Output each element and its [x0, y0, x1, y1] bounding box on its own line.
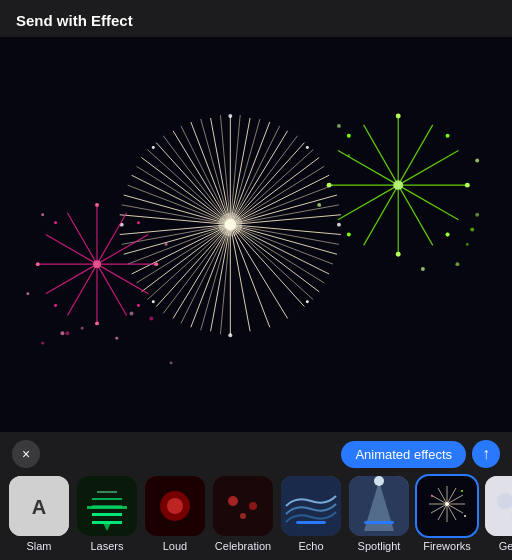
- svg-rect-139: [87, 506, 127, 509]
- svg-point-129: [130, 312, 134, 316]
- svg-point-98: [65, 331, 69, 335]
- send-up-icon: ↑: [482, 445, 490, 463]
- close-button[interactable]: ×: [12, 440, 40, 468]
- effect-item-spotlight[interactable]: Spotlight: [348, 476, 410, 552]
- svg-point-135: [170, 361, 173, 364]
- svg-point-125: [393, 180, 403, 190]
- svg-point-170: [445, 502, 449, 506]
- svg-point-121: [317, 203, 321, 207]
- svg-point-172: [461, 490, 463, 492]
- svg-point-134: [475, 213, 479, 217]
- svg-rect-152: [296, 521, 326, 524]
- bottom-bar: × Animated effects ↑ A Slam Lasers: [0, 432, 512, 560]
- svg-point-95: [115, 337, 118, 340]
- effect-thumb-fireworks: [417, 476, 477, 536]
- svg-rect-147: [213, 476, 273, 536]
- svg-point-72: [218, 213, 242, 237]
- svg-point-127: [41, 342, 44, 345]
- svg-point-123: [337, 124, 341, 128]
- effect-item-lasers[interactable]: Lasers: [76, 476, 138, 552]
- svg-point-146: [167, 498, 183, 514]
- svg-point-112: [396, 114, 401, 119]
- svg-point-148: [228, 496, 238, 506]
- svg-point-124: [470, 228, 474, 232]
- svg-rect-142: [97, 491, 117, 493]
- svg-rect-151: [281, 476, 341, 536]
- effect-thumb-spotlight: [349, 476, 409, 536]
- svg-point-120: [475, 158, 479, 162]
- svg-point-67: [306, 146, 309, 149]
- effect-label-spotlight: Spotlight: [358, 540, 401, 552]
- svg-point-171: [431, 495, 433, 497]
- svg-point-116: [446, 134, 450, 138]
- effect-thumb-loud: [145, 476, 205, 536]
- effect-item-slam[interactable]: A Slam: [8, 476, 70, 552]
- svg-point-63: [228, 114, 232, 118]
- controls-row: × Animated effects ↑: [0, 432, 512, 472]
- svg-point-89: [137, 221, 140, 224]
- svg-point-117: [347, 134, 351, 138]
- effect-label-celebration: Celebration: [215, 540, 271, 552]
- effect-label-slam: Slam: [26, 540, 51, 552]
- svg-point-92: [54, 304, 57, 307]
- preview-area: [0, 37, 512, 432]
- svg-point-66: [228, 333, 232, 337]
- svg-point-91: [137, 304, 140, 307]
- svg-rect-156: [364, 521, 394, 524]
- send-button[interactable]: ↑: [472, 440, 500, 468]
- svg-point-126: [60, 331, 64, 335]
- effect-item-echo[interactable]: Echo: [280, 476, 342, 552]
- effect-label-lasers: Lasers: [90, 540, 123, 552]
- svg-point-94: [26, 292, 29, 295]
- app: Send with Effect: [0, 0, 512, 560]
- svg-point-149: [249, 502, 257, 510]
- svg-point-93: [165, 243, 168, 246]
- svg-point-87: [36, 262, 40, 266]
- svg-point-132: [455, 262, 459, 266]
- svg-point-64: [337, 223, 341, 227]
- svg-point-155: [374, 476, 384, 486]
- svg-point-122: [421, 267, 425, 271]
- svg-point-119: [347, 233, 351, 237]
- effect-label-gentle: Gentle: [499, 540, 512, 552]
- svg-point-115: [396, 252, 401, 257]
- effect-item-loud[interactable]: Loud: [144, 476, 206, 552]
- effect-label-echo: Echo: [298, 540, 323, 552]
- effect-thumb-slam: A: [9, 476, 69, 536]
- effects-strip: A Slam Lasers Loud Celebration Echo: [0, 472, 512, 560]
- svg-point-69: [306, 300, 309, 303]
- fireworks-display: [0, 37, 512, 432]
- svg-point-68: [152, 146, 155, 149]
- svg-point-113: [465, 183, 470, 188]
- effect-thumb-gentle: [485, 476, 512, 536]
- svg-text:A: A: [32, 496, 46, 518]
- svg-point-114: [327, 183, 332, 188]
- effect-item-fireworks[interactable]: Fireworks: [416, 476, 478, 552]
- svg-point-70: [152, 300, 155, 303]
- svg-point-133: [347, 154, 350, 157]
- svg-point-173: [464, 515, 466, 517]
- effect-label-loud: Loud: [163, 540, 187, 552]
- svg-point-130: [446, 233, 450, 237]
- close-icon: ×: [22, 446, 30, 462]
- effect-label-fireworks: Fireworks: [423, 540, 471, 552]
- svg-point-96: [41, 213, 44, 216]
- page-title: Send with Effect: [16, 12, 133, 29]
- svg-point-85: [95, 203, 99, 207]
- animated-effects-label: Animated effects: [355, 447, 452, 462]
- svg-point-90: [54, 221, 57, 224]
- svg-point-88: [95, 321, 99, 325]
- effect-thumb-lasers: [77, 476, 137, 536]
- effect-thumb-celebration: [213, 476, 273, 536]
- svg-point-99: [93, 260, 101, 268]
- svg-point-150: [240, 513, 246, 519]
- effect-thumb-echo: [281, 476, 341, 536]
- svg-rect-141: [92, 513, 122, 515]
- animated-effects-button[interactable]: Animated effects: [341, 441, 466, 468]
- effect-item-gentle[interactable]: Gentle: [484, 476, 512, 552]
- svg-point-97: [149, 316, 153, 320]
- effect-item-celebration[interactable]: Celebration: [212, 476, 274, 552]
- svg-point-128: [81, 327, 84, 330]
- svg-rect-140: [92, 498, 122, 500]
- right-controls: Animated effects ↑: [341, 440, 500, 468]
